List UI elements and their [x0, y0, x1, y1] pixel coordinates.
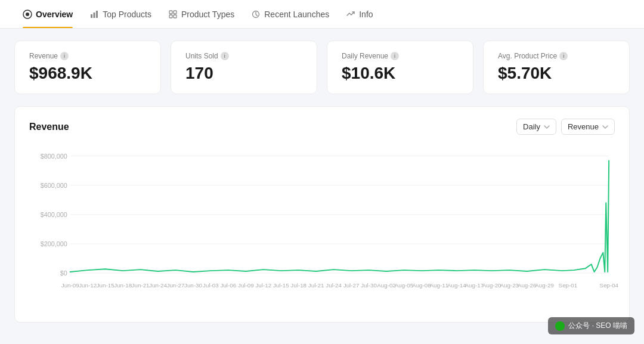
svg-text:Jul-18: Jul-18: [290, 282, 306, 289]
svg-rect-5: [169, 11, 172, 14]
svg-text:Aug-26: Aug-26: [518, 282, 537, 289]
svg-text:Jul-30: Jul-30: [361, 282, 377, 289]
svg-text:Jun-30: Jun-30: [184, 282, 203, 289]
svg-text:Jul-15: Jul-15: [273, 282, 289, 289]
nav-item-info[interactable]: Info: [338, 0, 381, 28]
svg-text:Jul-12: Jul-12: [255, 282, 271, 289]
units-sold-label: Units Sold i: [185, 52, 302, 60]
svg-text:Aug-11: Aug-11: [430, 282, 449, 289]
product-types-icon: [168, 10, 178, 19]
svg-text:Jun-09: Jun-09: [61, 282, 79, 289]
svg-text:Jul-03: Jul-03: [203, 282, 219, 289]
units-sold-info-icon[interactable]: i: [221, 52, 229, 60]
svg-text:Sep-04: Sep-04: [599, 282, 618, 289]
svg-rect-6: [174, 11, 177, 14]
stat-card-revenue: Revenue i $968.9K: [14, 41, 161, 94]
nav-overview-label: Overview: [36, 10, 73, 19]
watermark: 公众号 · SEO 喵喵: [548, 317, 634, 334]
svg-text:$600,000: $600,000: [41, 182, 67, 189]
svg-text:Jun-24: Jun-24: [149, 282, 168, 289]
recent-launches-icon: [251, 10, 261, 19]
svg-text:Jul-24: Jul-24: [326, 282, 342, 289]
stat-card-avg-price: Avg. Product Price i $5.70K: [483, 41, 630, 94]
avg-price-label: Avg. Product Price i: [498, 52, 615, 60]
svg-text:Jul-21: Jul-21: [308, 282, 324, 289]
svg-rect-4: [96, 11, 98, 18]
svg-rect-3: [94, 13, 95, 18]
chart-section: Revenue Daily Revenue $800,000 $600,000 …: [14, 106, 630, 323]
nav-recent-launches-label: Recent Launches: [264, 10, 329, 19]
metric-chevron-icon: [602, 125, 608, 129]
chart-container: $800,000 $600,000 $400,000 $200,000 $0 J…: [29, 144, 615, 310]
svg-text:Jun-12: Jun-12: [79, 282, 97, 289]
svg-text:Aug-23: Aug-23: [500, 282, 519, 289]
svg-rect-7: [169, 15, 172, 18]
svg-text:$0: $0: [60, 269, 67, 277]
nav-item-top-products[interactable]: Top Products: [81, 0, 160, 28]
period-dropdown[interactable]: Daily: [516, 119, 556, 135]
info-nav-icon: [346, 10, 355, 19]
svg-point-1: [26, 13, 29, 16]
chart-title: Revenue: [29, 122, 69, 132]
revenue-info-icon[interactable]: i: [60, 52, 69, 60]
svg-text:Jun-15: Jun-15: [97, 282, 115, 289]
daily-revenue-value: $10.6K: [342, 64, 459, 83]
stat-card-daily-revenue: Daily Revenue i $10.6K: [327, 41, 473, 94]
nav-item-product-types[interactable]: Product Types: [160, 0, 243, 28]
avg-price-info-icon[interactable]: i: [559, 52, 568, 60]
svg-text:Aug-20: Aug-20: [482, 282, 501, 289]
svg-text:Aug-08: Aug-08: [412, 282, 431, 289]
svg-text:Sep-01: Sep-01: [559, 282, 578, 289]
chart-controls: Daily Revenue: [516, 119, 615, 135]
svg-point-50: [558, 324, 562, 328]
daily-revenue-info-icon[interactable]: i: [391, 52, 399, 60]
svg-text:Jun-18: Jun-18: [114, 282, 132, 289]
stat-card-units-sold: Units Sold i 170: [171, 41, 317, 94]
period-label: Daily: [523, 122, 540, 131]
avg-price-value: $5.70K: [498, 64, 615, 83]
metric-dropdown[interactable]: Revenue: [561, 119, 615, 135]
metric-label: Revenue: [568, 122, 599, 131]
revenue-chart: $800,000 $600,000 $400,000 $200,000 $0 J…: [29, 144, 615, 308]
svg-text:$200,000: $200,000: [41, 240, 67, 247]
top-products-icon: [89, 10, 99, 19]
navigation: Overview Top Products Product Types: [0, 0, 644, 29]
daily-revenue-label: Daily Revenue i: [342, 52, 459, 60]
chart-header: Revenue Daily Revenue: [29, 119, 615, 135]
svg-text:Aug-02: Aug-02: [377, 282, 396, 289]
watermark-icon: [555, 321, 565, 331]
svg-rect-2: [91, 14, 92, 18]
svg-text:$400,000: $400,000: [41, 211, 67, 218]
svg-text:Jun-21: Jun-21: [132, 282, 150, 289]
svg-text:Jul-27: Jul-27: [343, 282, 360, 289]
revenue-label: Revenue i: [29, 52, 146, 60]
svg-text:Jul-09: Jul-09: [238, 282, 254, 289]
nav-item-recent-launches[interactable]: Recent Launches: [243, 0, 338, 28]
svg-rect-8: [174, 15, 177, 18]
watermark-text: 公众号 · SEO 喵喵: [568, 321, 627, 331]
period-chevron-icon: [544, 125, 550, 129]
nav-product-types-label: Product Types: [181, 10, 234, 19]
overview-icon: [23, 10, 32, 19]
svg-text:Jun-27: Jun-27: [167, 282, 185, 289]
svg-text:Aug-05: Aug-05: [395, 282, 414, 289]
units-sold-value: 170: [185, 64, 302, 83]
nav-info-label: Info: [359, 10, 373, 19]
revenue-value: $968.9K: [29, 64, 146, 83]
svg-text:Aug-17: Aug-17: [465, 282, 484, 289]
nav-top-products-label: Top Products: [103, 10, 151, 19]
svg-text:Jul-06: Jul-06: [221, 282, 237, 289]
svg-text:Aug-14: Aug-14: [447, 282, 466, 289]
svg-text:$800,000: $800,000: [41, 153, 67, 160]
nav-item-overview[interactable]: Overview: [14, 0, 81, 28]
stats-row: Revenue i $968.9K Units Sold i 170 Daily…: [0, 29, 644, 106]
svg-text:Aug-29: Aug-29: [535, 282, 554, 289]
